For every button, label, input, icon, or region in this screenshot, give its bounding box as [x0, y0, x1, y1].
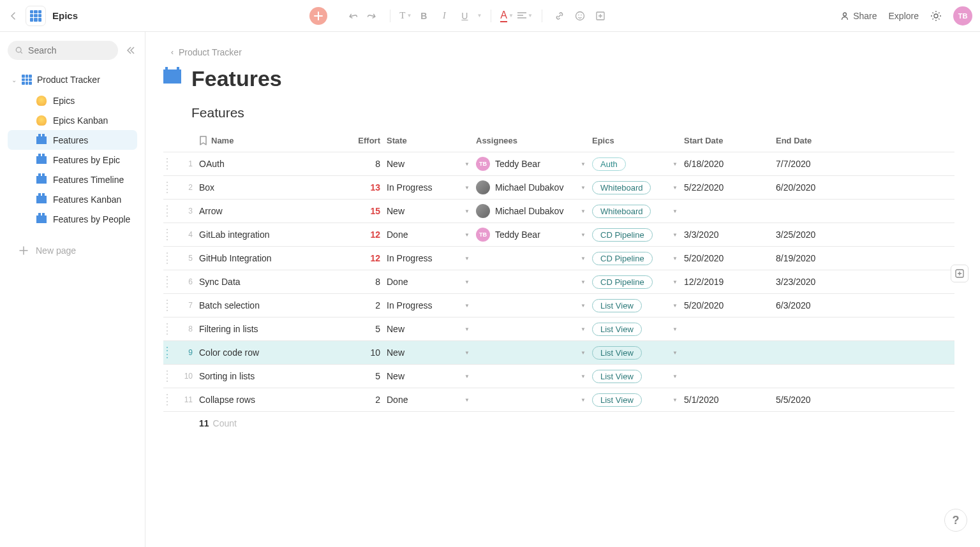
- search-box[interactable]: [8, 41, 118, 60]
- cell-start-date[interactable]: 12/2/2019: [684, 277, 776, 287]
- cell-effort[interactable]: 8: [352, 159, 387, 169]
- cell-name[interactable]: Batch selection: [199, 300, 352, 310]
- cell-state[interactable]: In Progress▼: [387, 182, 476, 193]
- chevron-down-icon[interactable]: ▼: [464, 256, 470, 261]
- epic-tag[interactable]: List View: [592, 299, 642, 312]
- cell-effort[interactable]: 8: [352, 277, 387, 287]
- table-row[interactable]: 5GitHub Integration12In Progress▼▼CD Pip…: [163, 247, 954, 270]
- epic-tag[interactable]: Whiteboard: [592, 181, 651, 194]
- app-logo[interactable]: [26, 6, 46, 26]
- cell-effort[interactable]: 2: [352, 300, 387, 310]
- chevron-down-icon[interactable]: ▼: [581, 326, 586, 332]
- column-header-name[interactable]: Name: [199, 136, 352, 146]
- drag-handle[interactable]: [165, 229, 169, 240]
- cell-state[interactable]: New▼: [387, 324, 476, 334]
- cell-state[interactable]: In Progress▼: [387, 253, 476, 263]
- cell-state[interactable]: In Progress▼: [387, 300, 476, 310]
- table-row[interactable]: 8Filtering in lists5New▼▼List View▼: [163, 317, 954, 341]
- sidebar-item-features-timeline[interactable]: Features Timeline: [8, 170, 137, 189]
- chevron-down-icon[interactable]: ▼: [581, 185, 586, 191]
- table-row[interactable]: 3Arrow15New▼Michael Dubakov▼Whiteboard▼: [163, 200, 954, 223]
- sidebar-item-features-kanban[interactable]: Features Kanban: [8, 189, 137, 209]
- chevron-down-icon[interactable]: ▼: [672, 185, 678, 191]
- epic-tag[interactable]: Auth: [592, 157, 626, 171]
- chevron-down-icon[interactable]: ▼: [672, 232, 678, 238]
- epic-tag[interactable]: List View: [592, 370, 642, 383]
- align-dropdown[interactable]: ▼: [517, 12, 533, 20]
- drag-handle[interactable]: [165, 182, 169, 193]
- column-header-assignees[interactable]: Assignees: [476, 136, 592, 145]
- table-row[interactable]: 4GitLab integration12Done▼TBTeddy Bear▼C…: [163, 223, 954, 247]
- bold-button[interactable]: B: [415, 8, 432, 24]
- cell-end-date[interactable]: 5/5/2020: [776, 395, 868, 405]
- new-page-button[interactable]: New page: [8, 240, 137, 261]
- redo-button[interactable]: [364, 8, 381, 24]
- chevron-down-icon[interactable]: ▼: [464, 232, 470, 238]
- text-style-dropdown[interactable]: T▼: [399, 10, 412, 21]
- cell-end-date[interactable]: 6/20/2020: [776, 182, 868, 193]
- chevron-down-icon[interactable]: ▼: [464, 350, 470, 356]
- chevron-down-icon[interactable]: ▼: [464, 374, 470, 379]
- chevron-down-icon[interactable]: ▼: [672, 350, 678, 356]
- column-header-state[interactable]: State: [387, 136, 476, 145]
- cell-name[interactable]: Collapse rows: [199, 395, 352, 405]
- cell-name[interactable]: GitHub Integration: [199, 253, 352, 263]
- share-button[interactable]: Share: [840, 11, 877, 21]
- more-format-dropdown[interactable]: ▼: [477, 13, 482, 18]
- table-row[interactable]: 6Sync Data8Done▼▼CD Pipeline▼12/2/20193/…: [163, 270, 954, 294]
- cell-name[interactable]: Sorting in lists: [199, 371, 352, 381]
- chevron-down-icon[interactable]: ▼: [672, 208, 678, 214]
- cell-start-date[interactable]: 5/20/2020: [684, 253, 776, 263]
- table-row[interactable]: 10Sorting in lists5New▼▼List View▼: [163, 365, 954, 388]
- cell-state[interactable]: Done▼: [387, 395, 476, 405]
- chevron-down-icon[interactable]: ▼: [464, 279, 470, 285]
- cell-name[interactable]: Sync Data: [199, 277, 352, 287]
- back-button[interactable]: [8, 10, 19, 22]
- table-row[interactable]: 1OAuth8New▼TBTeddy Bear▼Auth▼6/18/20207/…: [163, 152, 954, 176]
- cell-state[interactable]: Done▼: [387, 230, 476, 240]
- sidebar-item-features-by-epic[interactable]: Features by Epic: [8, 150, 137, 170]
- settings-button[interactable]: [930, 10, 942, 22]
- text-color-dropdown[interactable]: A▼: [500, 10, 514, 22]
- cell-name[interactable]: GitLab integration: [199, 230, 352, 240]
- cell-name[interactable]: OAuth: [199, 159, 352, 169]
- cell-effort[interactable]: 2: [352, 395, 387, 405]
- cell-start-date[interactable]: 5/20/2020: [684, 300, 776, 310]
- chevron-down-icon[interactable]: ▼: [672, 397, 678, 403]
- epic-tag[interactable]: CD Pipeline: [592, 252, 653, 265]
- sidebar-item-features[interactable]: Features: [8, 130, 137, 150]
- epic-tag[interactable]: CD Pipeline: [592, 228, 653, 242]
- table-row[interactable]: 2Box13In Progress▼Michael Dubakov▼Whiteb…: [163, 176, 954, 200]
- column-header-epics[interactable]: Epics: [592, 136, 684, 145]
- chevron-down-icon[interactable]: ▼: [464, 185, 470, 191]
- search-input[interactable]: [28, 45, 110, 55]
- cell-start-date[interactable]: 3/3/2020: [684, 230, 776, 240]
- sidebar-item-epics-kanban[interactable]: Epics Kanban: [8, 110, 137, 130]
- sidebar-item-epics[interactable]: Epics: [8, 91, 137, 110]
- cell-name[interactable]: Box: [199, 182, 352, 193]
- chevron-down-icon[interactable]: ▼: [672, 374, 678, 379]
- cell-effort[interactable]: 15: [352, 206, 387, 216]
- chevron-down-icon[interactable]: ▼: [581, 256, 586, 261]
- chevron-down-icon[interactable]: ▼: [464, 397, 470, 403]
- chevron-down-icon[interactable]: ▼: [581, 303, 586, 309]
- cell-state[interactable]: Done▼: [387, 277, 476, 287]
- cell-effort[interactable]: 10: [352, 347, 387, 358]
- drag-handle[interactable]: [165, 394, 169, 405]
- column-header-end-date[interactable]: End Date: [776, 136, 868, 145]
- cell-end-date[interactable]: 3/23/2020: [776, 277, 868, 287]
- insert-button[interactable]: [592, 8, 609, 24]
- cell-state[interactable]: New▼: [387, 371, 476, 381]
- italic-button[interactable]: I: [436, 8, 452, 24]
- cell-state[interactable]: New▼: [387, 206, 476, 216]
- cell-end-date[interactable]: 6/3/2020: [776, 300, 868, 310]
- drag-handle[interactable]: [165, 347, 169, 358]
- breadcrumb[interactable]: ‹ Product Tracker: [171, 47, 954, 57]
- chevron-down-icon[interactable]: ▼: [672, 326, 678, 332]
- chevron-down-icon[interactable]: ▼: [672, 279, 678, 285]
- chevron-down-icon[interactable]: ▼: [581, 374, 586, 379]
- sidebar-item-features-by-people[interactable]: Features by People: [8, 209, 137, 229]
- underline-button[interactable]: U: [456, 8, 473, 24]
- cell-start-date[interactable]: 5/1/2020: [684, 395, 776, 405]
- cell-state[interactable]: New▼: [387, 347, 476, 358]
